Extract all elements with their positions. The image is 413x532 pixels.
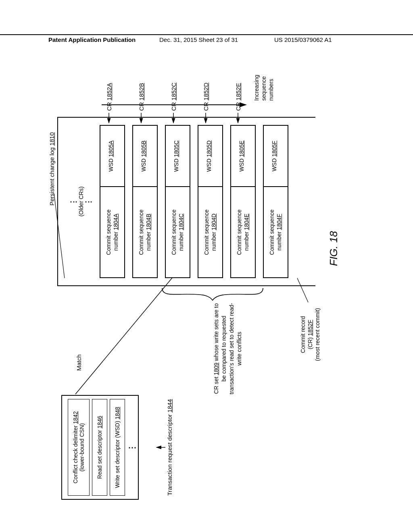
commit-seq-cell: Commit sequencenumber 1804E [231, 186, 255, 277]
wsd-cell: WSD 1805A [100, 126, 124, 186]
ref-num: 1805D [206, 140, 212, 157]
ref-num: 1804A [113, 214, 119, 230]
ref-num: 1810 [48, 132, 55, 145]
ref-num: 1804B [145, 214, 152, 230]
ref-num: 1842 [72, 411, 79, 424]
ref-num: 1848 [114, 407, 121, 419]
older-text: (Older CRs) [78, 187, 84, 217]
commit-record-row: Commit sequencenumber 1804E WSD 1805E [230, 125, 256, 278]
page-header: Patent Application Publication Dec. 31, … [0, 34, 413, 36]
figure-label: FIG. 18 [327, 231, 340, 266]
commit-record-row: Commit sequencenumber 1804F WSD 1805F [263, 125, 288, 278]
cr-side-label: CR 1852E [235, 83, 242, 111]
header-right: US 2015/0379062 A1 [274, 36, 332, 43]
commit-seq-cell: Commit sequencenumber 1804A [100, 186, 124, 277]
wsd-cell: WSD 1805B [133, 126, 157, 186]
ref-num: 1852C [170, 83, 177, 100]
wsd-cell: WSD 1805C [166, 126, 190, 186]
ref-num: 1805F [271, 141, 277, 157]
older-crs-label: ⋮ (Older CRs) ⋮ [69, 118, 92, 285]
ref-num: 1804F [276, 214, 282, 230]
ref-num: 1844 [166, 399, 173, 412]
ref-num: 1804C [178, 214, 184, 230]
commit-record-line1: Commit record [300, 316, 306, 353]
commit-seq-cell: Commit sequencenumber 1804B [133, 186, 157, 277]
wsd-cell: WSD 1805E [231, 126, 255, 186]
log-title: Persistent change log 1810 [48, 132, 55, 206]
cr-side-label: CR 1852D [202, 83, 209, 111]
ref-num: 1852D [202, 83, 209, 100]
ref-num: 1805C [173, 140, 179, 157]
ref-num: 1852E [235, 83, 242, 100]
ellipsis-icon: ⋮ [127, 399, 135, 496]
commit-record-row: Commit sequencenumber 1804A WSD 1805A [100, 125, 125, 278]
commit-record-row: Commit sequencenumber 1804B WSD 1805B [132, 125, 158, 278]
match-label: Match [75, 354, 82, 371]
commit-seq-cell: Commit sequencenumber 1804F [264, 186, 288, 277]
increasing-seq-label: Increasing sequence numbers [253, 69, 275, 101]
commit-seq-cell: Commit sequencenumber 1804C [166, 186, 190, 277]
ref-num: 1805B [140, 141, 147, 157]
commit-seq-cell: Commit sequencenumber 1804D [198, 186, 222, 277]
transaction-request-descriptor: Conflict check delimiter 1842(lower-boun… [61, 395, 139, 500]
conflict-check-delimiter-row: Conflict check delimiter 1842(lower-boun… [68, 399, 90, 496]
ref-num: 1852B [138, 83, 145, 100]
wsd-cell: WSD 1805D [198, 126, 222, 186]
cr-side-label: CR 1852A [106, 83, 113, 111]
ref-num: 1809 [213, 363, 219, 375]
cr-side-label: CR 1852C [170, 83, 177, 111]
read-set-descriptor-row: Read set descriptor 1846 [92, 399, 107, 496]
commit-record-label: Commit record (CR) 1852F (most recent co… [299, 296, 321, 373]
ref-num: 1852F [307, 320, 313, 336]
persistent-change-log: ⋮ (Older CRs) ⋮ Commit sequencenumber 18… [57, 117, 315, 286]
ref-num: 1805A [108, 141, 114, 157]
header-left: Patent Application Publication [48, 36, 136, 43]
ref-num: 1846 [96, 416, 103, 428]
diagram-canvas: Conflict check delimiter 1842(lower-boun… [53, 60, 360, 504]
cr-set-label: CR set 1809 whose write sets are to be c… [213, 302, 243, 395]
trd-label: Transaction request descriptor 1844 [166, 395, 173, 500]
commit-record-row: Commit sequencenumber 1804D WSD 1805D [198, 125, 223, 278]
commit-record-row: Commit sequencenumber 1804C WSD 1805C [165, 125, 190, 278]
ref-num: 1805E [238, 141, 245, 157]
svg-line-8 [75, 277, 173, 394]
ref-num: 1804E [243, 214, 250, 230]
write-set-descriptor-row: Write set descriptor (WSD) 1848 [110, 399, 125, 496]
wsd-cell: WSD 1805F [264, 126, 288, 186]
ref-num: 1852A [106, 83, 113, 100]
ref-num: 1804D [211, 214, 217, 230]
commit-record-line3: (most recent commit) [314, 308, 321, 361]
cr-side-label: CR 1852B [138, 83, 145, 111]
header-middle: Dec. 31, 2015 Sheet 23 of 31 [159, 36, 238, 43]
